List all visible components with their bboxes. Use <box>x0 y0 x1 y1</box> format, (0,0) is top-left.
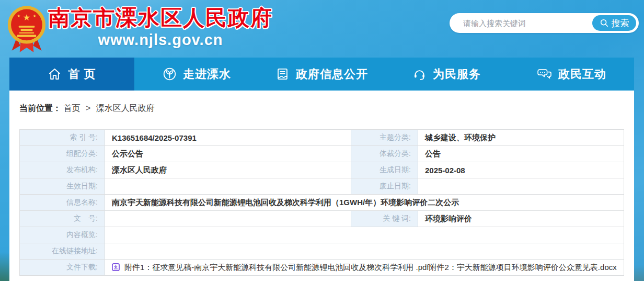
home-icon <box>48 67 62 81</box>
field-label-document-number: 文 号: <box>20 211 105 227</box>
main-content: 当前位置： 首页 > 溧水区人民政府 索 引 号: K13651684/2025… <box>9 91 634 281</box>
table-row: 发布机构: 溧水区人民政府 生成日期: 2025-02-08 <box>20 162 624 178</box>
field-value-genre-category: 公告 <box>418 146 624 162</box>
field-value-topic-category: 城乡建设、环境保护 <box>418 130 624 146</box>
field-value-issuing-agency: 溧水区人民政府 <box>105 162 351 178</box>
national-emblem-logo: ★ ★ ★ <box>7 4 47 54</box>
site-branding: 南京市溧水区人民政府 www.njls.gov.cn <box>48 6 273 49</box>
svg-text:★: ★ <box>23 13 30 22</box>
field-label-info-title: 信息名称: <box>20 195 105 211</box>
nav-tab-label: 首 页 <box>68 66 96 82</box>
nav-tab-label: 政民互动 <box>558 66 606 82</box>
nav-tab-public-interaction[interactable]: 政民互动 <box>509 58 634 91</box>
field-value-document-number <box>105 211 351 227</box>
field-label-keywords: 关 键 词: <box>351 211 418 227</box>
table-row: 信息名称: 南京宇天新能源科技有限公司新能源锂电池回收及梯次科学利用（1GWH/… <box>20 195 624 211</box>
field-value-generated-date: 2025-02-08 <box>418 162 624 178</box>
table-row: 文 号: 关 键 词: 环境影响评价 <box>20 211 624 227</box>
breadcrumb: 当前位置： 首页 > 溧水区人民政府 <box>19 103 624 114</box>
field-value-group-category: 公示公告 <box>105 146 351 162</box>
headset-icon <box>412 67 427 81</box>
document-icon <box>275 67 290 81</box>
breadcrumb-link-home[interactable]: 首页 <box>63 104 80 113</box>
nav-tab-about-lishui[interactable]: 走进溧水 <box>134 58 259 91</box>
nav-tab-label: 走进溧水 <box>183 66 231 82</box>
field-label-topic-category: 主题分类: <box>351 130 418 146</box>
search-icon <box>600 18 609 28</box>
field-value-file-download: 附件1：征求意见稿-南京宇天新能源科技有限公司新能源锂电池回收及梯次科学利用 .… <box>105 260 624 276</box>
attachment-link-pdf[interactable]: 附件1：征求意见稿-南京宇天新能源科技有限公司新能源锂电池回收及梯次科学利用 .… <box>124 263 429 272</box>
search-button[interactable]: 搜索 <box>591 14 637 32</box>
breadcrumb-prefix: 当前位置： <box>19 104 61 113</box>
field-value-keywords: 环境影响评价 <box>418 211 624 227</box>
field-label-index-number: 索 引 号: <box>20 130 105 146</box>
table-row: 组配分类: 公示公告 体裁分类: 公告 <box>20 146 624 162</box>
nav-tab-gov-info-disclosure[interactable]: 政府信息公开 <box>259 58 384 91</box>
table-row: 索 引 号: K13651684/2025-07391 主题分类: 城乡建设、环… <box>20 130 624 146</box>
field-value-index-number: K13651684/2025-07391 <box>105 130 351 146</box>
field-label-file-download: 文件下载: <box>20 260 105 276</box>
field-label-content-overview: 内容概览: <box>20 227 105 243</box>
nav-tab-public-services[interactable]: 为民服务 <box>384 58 509 91</box>
site-title: 南京市溧水区人民政府 <box>48 6 273 30</box>
field-value-content-overview <box>105 227 624 243</box>
field-label-generated-date: 生成日期: <box>351 162 418 178</box>
field-value-info-title: 南京宇天新能源科技有限公司新能源锂电池回收及梯次科学利用（1GWH/年）环境影响… <box>105 195 624 211</box>
breadcrumb-separator: > <box>86 104 90 113</box>
table-row: 内容概览: <box>20 227 624 243</box>
info-disclosure-table: 索 引 号: K13651684/2025-07391 主题分类: 城乡建设、环… <box>19 129 624 276</box>
nav-tab-label: 为民服务 <box>433 66 481 82</box>
table-row: 生效日期: 废止日期: <box>20 178 624 195</box>
field-label-expiry-date: 废止日期: <box>351 178 418 195</box>
field-value-online-link <box>105 243 624 260</box>
site-url: www.njls.gov.cn <box>98 31 223 49</box>
search-bar: 搜索 <box>450 13 639 33</box>
field-label-effective-date: 生效日期: <box>20 178 105 195</box>
field-value-effective-date <box>105 178 351 195</box>
svg-text:★: ★ <box>17 14 20 18</box>
field-label-online-link: 在线链接地址: <box>20 243 105 260</box>
site-header: ★ ★ ★ 南京市溧水区人民政府 www.njls.gov.cn 搜索 <box>0 0 644 58</box>
chat-bubbles-icon <box>537 67 552 81</box>
attachment-link-docx[interactable]: 附件2：宇天新能源项目环境影响评价公众意见表.docx <box>429 263 617 272</box>
search-input[interactable] <box>462 18 591 28</box>
field-label-group-category: 组配分类: <box>20 146 105 162</box>
search-button-label: 搜索 <box>612 17 629 29</box>
nav-tab-home[interactable]: 首 页 <box>9 58 134 91</box>
field-label-issuing-agency: 发布机构: <box>20 162 105 178</box>
breadcrumb-link-current[interactable]: 溧水区人民政府 <box>96 104 155 113</box>
table-row: 在线链接地址: <box>20 243 624 260</box>
table-row: 文件下载: 附件1：征求意见稿-南京宇天新能源科技有限公司新能源锂电池回收及梯次… <box>20 260 624 276</box>
field-label-genre-category: 体裁分类: <box>351 146 418 162</box>
svg-text:★: ★ <box>33 14 37 18</box>
nav-tab-label: 政府信息公开 <box>296 66 368 82</box>
main-navigation: 首 页 走进溧水 政府信息公开 <box>9 58 634 91</box>
sprout-icon <box>163 67 177 81</box>
download-icon <box>112 263 120 271</box>
field-value-expiry-date <box>418 178 624 195</box>
